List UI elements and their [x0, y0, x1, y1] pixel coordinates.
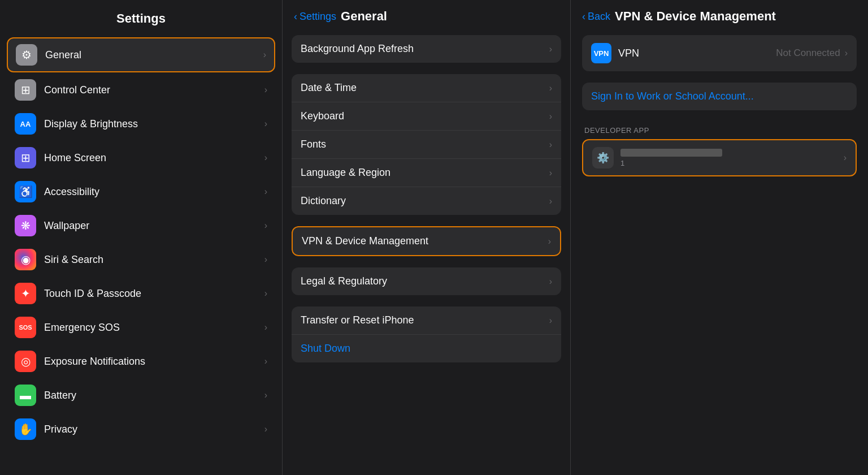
legal-label: Legal & Regulatory: [301, 275, 549, 287]
siri-label: Siri & Search: [44, 254, 264, 266]
chevron-right-icon: ›: [844, 153, 847, 163]
chevron-right-icon: ›: [549, 111, 552, 122]
transfer-label: Transfer or Reset iPhone: [301, 314, 549, 326]
sidebar-item-wallpaper[interactable]: ❋ Wallpaper ›: [7, 209, 275, 242]
sign-in-item[interactable]: Sign In to Work or School Account...: [582, 83, 857, 110]
shutdown-label: Shut Down: [301, 343, 552, 355]
right-panel-title: VPN & Device Management: [615, 9, 776, 24]
chevron-right-icon: ›: [264, 187, 267, 197]
middle-header: ‹ Settings General: [283, 0, 570, 31]
left-panel-header: Settings: [0, 0, 282, 33]
vpn-item[interactable]: VPN VPN Not Connected ›: [582, 35, 857, 71]
developer-section-label: DEVELOPER APP: [582, 122, 857, 139]
exposure-label: Exposure Notifications: [44, 356, 264, 368]
sign-in-group: Sign In to Work or School Account...: [582, 83, 857, 110]
chevron-right-icon: ›: [264, 322, 267, 332]
middle-item-dictionary[interactable]: Dictionary ›: [292, 187, 561, 215]
chevron-left-icon: ‹: [294, 11, 297, 23]
sidebar-item-siri[interactable]: ◉ Siri & Search ›: [7, 243, 275, 276]
sidebar-item-privacy[interactable]: ✋ Privacy ›: [7, 413, 275, 446]
middle-item-shutdown[interactable]: Shut Down: [292, 335, 561, 362]
chevron-right-icon: ›: [264, 390, 267, 400]
chevron-right-icon: ›: [264, 153, 267, 163]
developer-app-icon: ⚙️: [592, 147, 614, 169]
middle-panel-title: General: [341, 9, 387, 24]
sidebar-item-control-center[interactable]: ⊞ Control Center ›: [7, 74, 275, 106]
exposure-icon: ◎: [15, 351, 36, 372]
developer-app-name: [620, 149, 722, 157]
wallpaper-icon: ❋: [15, 215, 36, 236]
bg-refresh-label: Background App Refresh: [301, 43, 549, 55]
vpn-icon: VPN: [591, 43, 611, 63]
middle-group-2: VPN & Device Management ›: [292, 226, 561, 256]
accessibility-icon: ♿: [15, 181, 36, 202]
chevron-right-icon: ›: [264, 424, 267, 434]
chevron-right-icon: ›: [264, 356, 267, 366]
middle-back-label: Settings: [300, 11, 336, 23]
vpn-group: VPN VPN Not Connected ›: [582, 35, 857, 71]
middle-item-legal[interactable]: Legal & Regulatory ›: [292, 267, 561, 295]
touch-id-label: Touch ID & Passcode: [44, 288, 264, 300]
middle-group-3: Legal & Regulatory ›: [292, 267, 561, 295]
app-container: Settings ⚙ General › ⊞ Control Center › …: [0, 0, 868, 475]
developer-item[interactable]: ⚙️ 1 ›: [582, 139, 857, 176]
general-icon: ⚙: [16, 44, 37, 66]
chevron-right-icon: ›: [264, 254, 267, 265]
chevron-right-icon: ›: [549, 316, 552, 326]
chevron-right-icon: ›: [845, 48, 848, 58]
chevron-right-icon: ›: [549, 44, 552, 54]
sidebar-item-exposure[interactable]: ◎ Exposure Notifications ›: [7, 345, 275, 378]
language-label: Language & Region: [301, 167, 549, 179]
middle-item-language[interactable]: Language & Region ›: [292, 159, 561, 187]
middle-item-fonts[interactable]: Fonts ›: [292, 131, 561, 159]
emergency-sos-label: Emergency SOS: [44, 322, 264, 334]
sidebar-item-battery[interactable]: ▬ Battery ›: [7, 379, 275, 412]
sidebar-item-touch-id[interactable]: ✦ Touch ID & Passcode ›: [7, 277, 275, 310]
sidebar-item-display[interactable]: AA Display & Brightness ›: [7, 107, 275, 140]
fonts-label: Fonts: [301, 139, 549, 150]
general-label: General: [45, 49, 263, 61]
privacy-label: Privacy: [44, 424, 264, 435]
middle-item-date-time[interactable]: Date & Time ›: [292, 74, 561, 102]
vpn-label: VPN: [618, 48, 776, 59]
home-screen-icon: ⊞: [15, 147, 36, 169]
sidebar-item-home-screen[interactable]: ⊞ Home Screen ›: [7, 141, 275, 174]
touch-id-icon: ✦: [15, 283, 36, 304]
control-center-label: Control Center: [44, 84, 264, 96]
chevron-right-icon: ›: [549, 140, 552, 150]
right-back-label: Back: [588, 11, 610, 23]
middle-item-bg-refresh[interactable]: Background App Refresh ›: [292, 35, 561, 63]
developer-app-count: 1: [620, 159, 844, 167]
dictionary-label: Dictionary: [301, 195, 549, 207]
right-content: VPN VPN Not Connected › Sign In to Work …: [571, 31, 868, 475]
home-screen-label: Home Screen: [44, 152, 264, 164]
middle-item-transfer[interactable]: Transfer or Reset iPhone ›: [292, 306, 561, 335]
keyboard-label: Keyboard: [301, 110, 549, 122]
vpn-value: Not Connected: [776, 48, 840, 59]
chevron-right-icon: ›: [549, 83, 552, 93]
right-back-button[interactable]: ‹ Back: [582, 11, 610, 23]
middle-item-vpn[interactable]: VPN & Device Management ›: [292, 226, 561, 256]
sidebar-item-general[interactable]: ⚙ General ›: [7, 37, 275, 72]
battery-label: Battery: [44, 390, 264, 401]
middle-back-button[interactable]: ‹ Settings: [294, 11, 336, 23]
accessibility-label: Accessibility: [44, 186, 264, 198]
chevron-right-icon: ›: [264, 85, 267, 95]
chevron-left-icon: ‹: [582, 11, 585, 23]
settings-list: ⚙ General › ⊞ Control Center › AA Displa…: [0, 33, 282, 475]
sidebar-item-accessibility[interactable]: ♿ Accessibility ›: [7, 175, 275, 208]
middle-group-0: Background App Refresh ›: [292, 35, 561, 63]
sidebar-item-emergency-sos[interactable]: SOS Emergency SOS ›: [7, 311, 275, 344]
middle-list: Background App Refresh › Date & Time › K…: [283, 31, 570, 475]
middle-item-keyboard[interactable]: Keyboard ›: [292, 102, 561, 131]
chevron-right-icon: ›: [549, 196, 552, 206]
privacy-icon: ✋: [15, 418, 36, 440]
battery-icon: ▬: [15, 385, 36, 406]
sign-in-label: Sign In to Work or School Account...: [591, 90, 848, 102]
emergency-sos-icon: SOS: [15, 317, 36, 338]
middle-group-1: Date & Time › Keyboard › Fonts › Languag…: [292, 74, 561, 215]
left-panel: Settings ⚙ General › ⊞ Control Center › …: [0, 0, 283, 475]
display-label: Display & Brightness: [44, 118, 264, 130]
control-center-icon: ⊞: [15, 79, 36, 101]
date-time-label: Date & Time: [301, 82, 549, 94]
